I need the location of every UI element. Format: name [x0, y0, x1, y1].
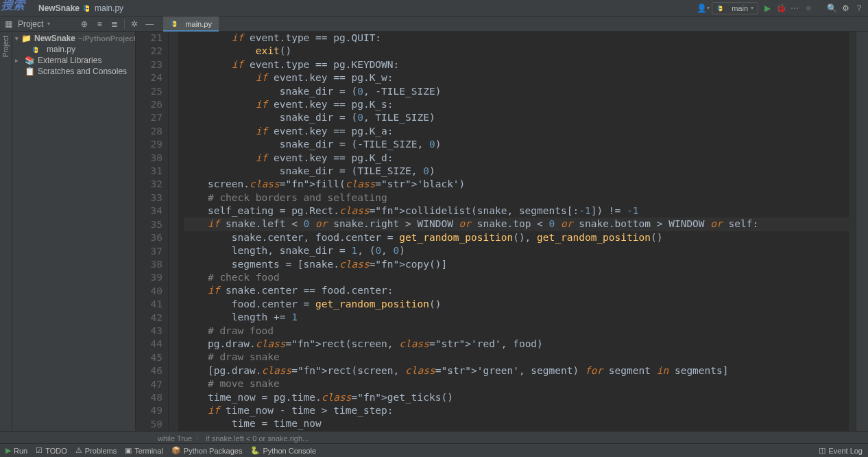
right-tool-strip: [856, 32, 868, 431]
run-config-name: main: [732, 4, 748, 12]
file-name: main.py: [47, 45, 75, 54]
run-tab[interactable]: ▶Run: [5, 446, 27, 455]
stop-button[interactable]: ■: [804, 3, 813, 13]
tab-label: TODO: [45, 447, 67, 455]
select-opened-file-icon[interactable]: ⊕: [79, 19, 90, 30]
tab-label: Python Console: [263, 447, 316, 455]
tab-label: main.py: [185, 20, 212, 28]
debug-button[interactable]: 🐞: [776, 3, 786, 13]
external-libraries[interactable]: ▸ 📚 External Libraries: [15, 55, 132, 66]
project-path: NewSnake: [38, 3, 80, 13]
tab-label: Problems: [85, 447, 117, 455]
line-number-gutter[interactable]: 2122232425262728293031323334353637383940…: [136, 32, 169, 431]
title-bar: NewSnake main.py 👤▾ main ▾ ▶ 🐞 ⋯ ■ 🔍 ⚙ ?: [0, 0, 868, 16]
chevron-down-icon: ▾: [751, 5, 754, 11]
python-packages-tab[interactable]: 📦 Python Packages: [171, 446, 243, 455]
scratch-icon: 📋: [25, 67, 35, 76]
library-icon: 📚: [25, 56, 35, 65]
tab-label: Terminal: [134, 447, 163, 455]
run-button[interactable]: ▶: [762, 3, 772, 13]
left-tool-strip: Project: [0, 32, 12, 431]
settings-icon[interactable]: ✲: [129, 19, 140, 30]
problems-tab[interactable]: ⚠ Problems: [75, 446, 117, 455]
project-tool-button[interactable]: Project: [2, 36, 10, 57]
breadcrumb[interactable]: while True 〉 if snake.left < 0 or snake.…: [0, 431, 868, 445]
python-icon: [716, 3, 726, 13]
user-icon[interactable]: 👤▾: [698, 3, 708, 13]
python-file-icon: [32, 45, 41, 54]
project-sidebar[interactable]: ▾ 📁 NewSnake ~/PythonProjects/Pr main.py…: [12, 32, 136, 431]
watermark-logo: 搜索: [1, 0, 25, 13]
scratches-label: Scratches and Consoles: [38, 67, 127, 76]
expand-all-icon[interactable]: ≡: [94, 19, 105, 30]
terminal-tab[interactable]: ▣ Terminal: [125, 446, 163, 455]
chevron-right-icon[interactable]: ▸: [15, 57, 22, 64]
scratches[interactable]: 📋 Scratches and Consoles: [15, 66, 132, 77]
external-label: External Libraries: [38, 56, 101, 65]
python-console-tab[interactable]: 🐍 Python Console: [250, 446, 316, 455]
run-config-selector[interactable]: main ▾: [712, 2, 758, 14]
project-root[interactable]: ▾ 📁 NewSnake ~/PythonProjects/Pr: [15, 33, 132, 44]
python-file-icon: [82, 3, 92, 13]
event-log[interactable]: ◫ Event Log: [819, 446, 863, 455]
hide-icon[interactable]: —: [144, 19, 155, 30]
todo-tab[interactable]: ☑ TODO: [36, 446, 67, 455]
collapse-all-icon[interactable]: ≣: [109, 19, 120, 30]
project-name: NewSnake: [38, 3, 80, 13]
project-root-path: ~/PythonProjects/Pr: [78, 34, 136, 43]
editor-tab[interactable]: main.py: [163, 16, 219, 32]
settings-icon[interactable]: ⚙: [841, 3, 850, 13]
chevron-down-icon[interactable]: ▾: [47, 21, 50, 27]
folder-icon: 📁: [21, 34, 32, 43]
tab-label: Python Packages: [184, 447, 243, 455]
more-run-icon[interactable]: ⋯: [790, 3, 799, 13]
project-label[interactable]: Project: [18, 19, 43, 29]
event-log-label: Event Log: [828, 447, 863, 455]
file-name: main.py: [95, 3, 123, 13]
search-icon[interactable]: 🔍: [827, 3, 836, 13]
python-file-icon: [170, 19, 180, 29]
chevron-down-icon[interactable]: ▾: [15, 35, 19, 42]
chevron-right-icon: 〉: [196, 434, 202, 442]
help-icon[interactable]: ?: [854, 3, 864, 13]
error-stripe[interactable]: [849, 32, 856, 431]
code-editor[interactable]: if event.type == pg.QUIT: exit() if even…: [178, 32, 856, 431]
breadcrumb-item[interactable]: while True: [158, 434, 192, 443]
bottom-tool-bar: ▶Run ☑ TODO ⚠ Problems ▣ Terminal 📦 Pyth…: [0, 443, 868, 457]
fold-strip[interactable]: [169, 32, 178, 431]
project-tool-icon[interactable]: ▦: [3, 19, 14, 30]
tab-label: Run: [14, 447, 27, 455]
file-item[interactable]: main.py: [15, 44, 132, 55]
project-root-name: NewSnake: [34, 34, 75, 43]
breadcrumb-item[interactable]: if snake.left < 0 or snake.righ...: [206, 434, 309, 443]
project-toolbar: ▦ Project ▾ ⊕ ≡ ≣ ✲ — main.py: [0, 16, 868, 32]
